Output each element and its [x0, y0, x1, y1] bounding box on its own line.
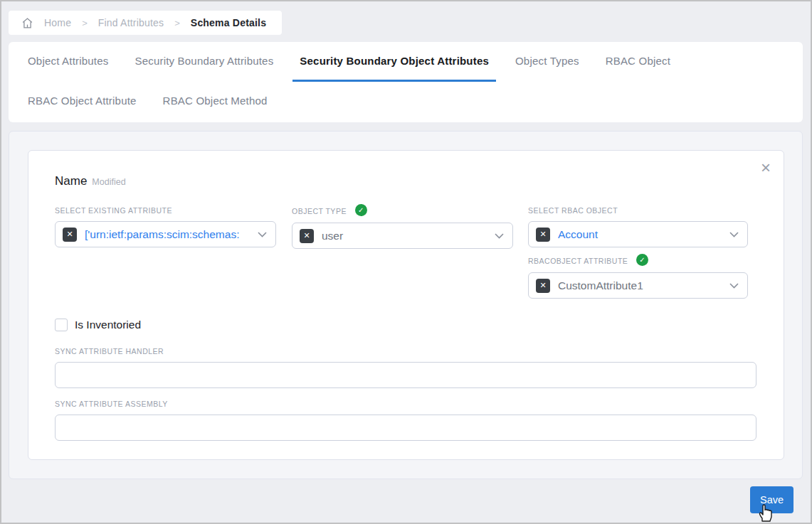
- remove-tag-icon[interactable]: ✕: [536, 279, 550, 293]
- save-button[interactable]: Save: [750, 486, 793, 513]
- tab-content-panel: × Name Modified SELECT EXISTING ATTRIBUT…: [9, 131, 803, 479]
- existing-attribute-label: SELECT EXISTING ATTRIBUTE: [55, 206, 276, 215]
- chevron-down-icon[interactable]: [729, 232, 739, 237]
- field-sync-attribute-assembly: SYNC ATTRIBUTE ASSEMBLY: [55, 400, 756, 441]
- schema-details-page: { "breadcrumb": { "items": [ { "label": …: [0, 0, 812, 524]
- field-object-type: OBJECT TYPE ✓ ✕ user: [292, 206, 513, 249]
- chevron-down-icon[interactable]: [729, 283, 739, 289]
- rbac-object-value: Account: [558, 228, 729, 241]
- object-type-label: OBJECT TYPE ✓: [292, 206, 513, 216]
- is-inventoried-label: Is Inventoried: [75, 319, 141, 331]
- rbacobject-attribute-select[interactable]: ✕ CustomAttribute1: [528, 272, 748, 299]
- sync-attribute-handler-label: SYNC ATTRIBUTE HANDLER: [55, 347, 756, 355]
- tab-bar: Object Attributes Security Boundary Attr…: [9, 42, 803, 122]
- rbacobject-attribute-value: CustomAttribute1: [558, 279, 729, 292]
- sync-attribute-assembly-label: SYNC ATTRIBUTE ASSEMBLY: [55, 400, 756, 408]
- breadcrumb-item-find-attributes[interactable]: Find Attributes: [98, 17, 164, 28]
- breadcrumb-separator-icon: >: [174, 18, 180, 28]
- rbacobject-attribute-label: RBACOBJECT ATTRIBUTE ✓: [528, 256, 748, 266]
- breadcrumb-separator-icon: >: [82, 18, 88, 28]
- sync-attribute-assembly-input[interactable]: [55, 415, 756, 441]
- tab-object-attributes[interactable]: Object Attributes: [21, 42, 115, 82]
- home-icon[interactable]: [21, 17, 33, 29]
- tab-security-boundary-attributes[interactable]: Security Boundary Attributes: [127, 42, 280, 82]
- tab-security-boundary-object-attributes[interactable]: Security Boundary Object Attributes: [292, 42, 496, 82]
- existing-attribute-select[interactable]: ✕ ['urn:ietf:params:scim:schemas:: [55, 221, 276, 247]
- is-inventoried-checkbox[interactable]: [55, 319, 68, 331]
- card-title-row: Name Modified: [55, 174, 126, 188]
- remove-tag-icon[interactable]: ✕: [63, 228, 77, 242]
- tab-rbac-object[interactable]: RBAC Object: [599, 42, 677, 82]
- chevron-down-icon[interactable]: [495, 233, 504, 239]
- remove-tag-icon[interactable]: ✕: [300, 229, 314, 243]
- tab-rbac-object-method[interactable]: RBAC Object Method: [156, 82, 275, 122]
- attribute-edit-card: × Name Modified SELECT EXISTING ATTRIBUT…: [28, 150, 784, 460]
- rbac-object-label: SELECT RBAC OBJECT: [528, 206, 748, 215]
- breadcrumb-item-schema-details: Schema Details: [191, 17, 266, 28]
- tab-rbac-object-attribute[interactable]: RBAC Object Attribute: [21, 82, 144, 122]
- object-type-select[interactable]: ✕ user: [292, 223, 513, 249]
- valid-check-icon: ✓: [355, 204, 367, 216]
- valid-check-icon: ✓: [636, 254, 648, 266]
- remove-tag-icon[interactable]: ✕: [536, 228, 550, 242]
- modified-badge: Modified: [92, 177, 125, 187]
- is-inventoried-row: Is Inventoried: [55, 319, 141, 331]
- field-rbac-object: SELECT RBAC OBJECT ✕ Account: [528, 206, 748, 247]
- field-existing-attribute: SELECT EXISTING ATTRIBUTE ✕ ['urn:ietf:p…: [55, 206, 276, 247]
- breadcrumb-item-home[interactable]: Home: [44, 17, 71, 28]
- chevron-down-icon[interactable]: [258, 232, 267, 237]
- rbac-object-select[interactable]: ✕ Account: [528, 221, 748, 247]
- field-rbacobject-attribute: RBACOBJECT ATTRIBUTE ✓ ✕ CustomAttribute…: [528, 256, 748, 299]
- close-icon[interactable]: ×: [761, 161, 771, 175]
- object-type-value: user: [322, 230, 495, 242]
- tab-object-types[interactable]: Object Types: [508, 42, 586, 82]
- card-title: Name: [55, 174, 87, 188]
- field-sync-attribute-handler: SYNC ATTRIBUTE HANDLER: [55, 347, 756, 388]
- existing-attribute-value: ['urn:ietf:params:scim:schemas:: [85, 228, 258, 241]
- breadcrumb: Home > Find Attributes > Schema Details: [9, 11, 282, 35]
- sync-attribute-handler-input[interactable]: [55, 362, 756, 388]
